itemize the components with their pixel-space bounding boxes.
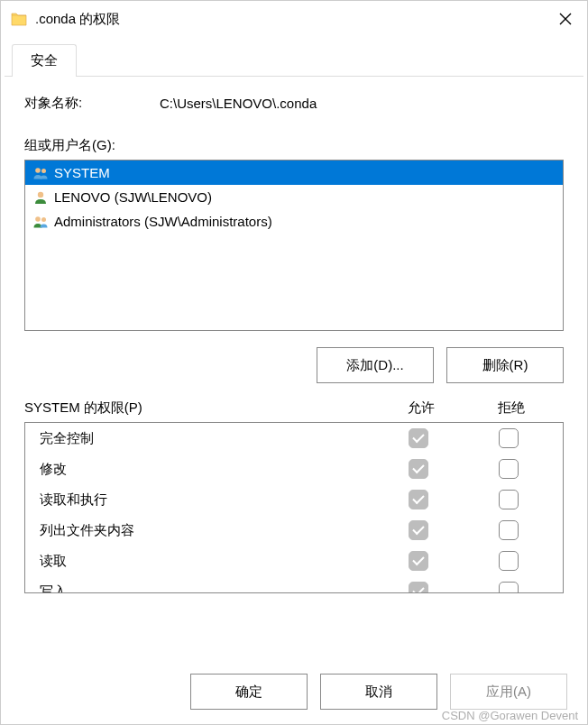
window-title: .conda 的权限: [35, 11, 544, 28]
allow-checkbox[interactable]: [409, 459, 428, 479]
apply-button[interactable]: 应用(A): [450, 674, 567, 710]
user-buttons-row: 添加(D)... 删除(R): [24, 347, 564, 383]
deny-checkbox[interactable]: [499, 582, 519, 592]
object-label: 对象名称:: [24, 95, 160, 112]
permission-name: 列出文件夹内容: [40, 522, 373, 539]
cancel-button[interactable]: 取消: [320, 674, 437, 710]
object-name-row: 对象名称: C:\Users\LENOVO\.conda: [24, 95, 564, 112]
footer: 确定 取消 应用(A) CSDN @Gorawen Devent: [1, 661, 587, 724]
user-icon: [32, 190, 49, 205]
permission-name: 读取: [40, 553, 373, 570]
permission-row: 列出文件夹内容: [25, 515, 563, 546]
allow-header: 允许: [376, 399, 466, 417]
permission-title: SYSTEM 的权限(P): [24, 399, 376, 417]
svg-point-2: [38, 191, 43, 197]
allow-checkbox[interactable]: [409, 490, 428, 509]
permission-header: SYSTEM 的权限(P) 允许 拒绝: [24, 399, 564, 417]
permission-row: 读取和执行: [25, 484, 563, 515]
tab-security[interactable]: 安全: [12, 44, 77, 77]
list-item[interactable]: Administrators (SJW\Administrators): [25, 209, 563, 234]
ok-button[interactable]: 确定: [190, 674, 308, 710]
users-listbox[interactable]: SYSTEMLENOVO (SJW\LENOVO)Administrators …: [24, 160, 564, 331]
list-item[interactable]: LENOVO (SJW\LENOVO): [25, 185, 563, 209]
permission-row: 完全控制: [25, 423, 563, 454]
folder-icon: [10, 10, 28, 28]
add-button[interactable]: 添加(D)...: [317, 347, 434, 383]
svg-point-0: [35, 168, 41, 173]
tab-strip: 安全: [5, 44, 583, 77]
deny-checkbox[interactable]: [499, 459, 519, 479]
permission-row: 写入: [25, 576, 563, 592]
list-item-label: Administrators (SJW\Administrators): [54, 214, 272, 229]
list-item-label: LENOVO (SJW\LENOVO): [54, 189, 212, 205]
permission-name: 读取和执行: [40, 491, 373, 509]
content-area: 安全 对象名称: C:\Users\LENOVO\.conda 组或用户名(G)…: [1, 37, 587, 661]
svg-point-1: [41, 169, 46, 173]
allow-checkbox[interactable]: [409, 551, 428, 571]
remove-button[interactable]: 删除(R): [446, 347, 564, 383]
permission-name: 完全控制: [40, 430, 373, 447]
watermark: CSDN @Gorawen Devent: [442, 709, 578, 722]
deny-checkbox[interactable]: [499, 551, 519, 571]
deny-checkbox[interactable]: [499, 490, 519, 509]
permission-row: 修改: [25, 454, 563, 484]
tab-panel: 对象名称: C:\Users\LENOVO\.conda 组或用户名(G): S…: [5, 76, 583, 661]
deny-checkbox[interactable]: [499, 520, 519, 540]
object-value: C:\Users\LENOVO\.conda: [160, 96, 317, 111]
permission-name: 修改: [40, 461, 373, 478]
close-icon: [559, 13, 572, 25]
group-users-label: 组或用户名(G):: [24, 137, 564, 154]
list-item[interactable]: SYSTEM: [25, 161, 563, 185]
svg-point-4: [41, 217, 46, 222]
allow-checkbox[interactable]: [409, 582, 428, 592]
user-icon: [32, 166, 49, 180]
list-item-label: SYSTEM: [54, 165, 110, 180]
close-button[interactable]: [544, 1, 587, 37]
deny-checkbox[interactable]: [499, 428, 519, 448]
deny-header: 拒绝: [466, 399, 556, 417]
permissions-scroll[interactable]: 完全控制修改读取和执行列出文件夹内容读取写入: [25, 423, 563, 592]
permission-name: 写入: [40, 583, 373, 593]
svg-point-3: [35, 216, 41, 222]
allow-checkbox[interactable]: [409, 520, 428, 540]
permissions-box: 完全控制修改读取和执行列出文件夹内容读取写入: [24, 422, 564, 593]
permission-row: 读取: [25, 546, 563, 576]
allow-checkbox[interactable]: [409, 428, 428, 448]
user-icon: [32, 215, 49, 229]
titlebar: .conda 的权限: [1, 1, 587, 37]
